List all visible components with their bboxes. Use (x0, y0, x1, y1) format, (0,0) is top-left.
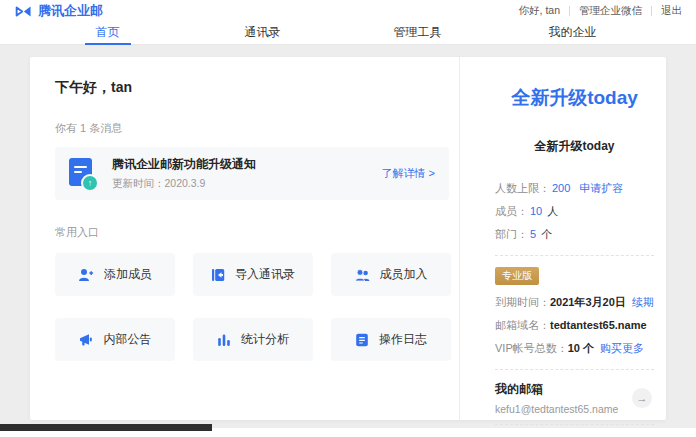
plan-expiry-row: 到期时间：2021年3月20日续期 (495, 291, 654, 314)
notice-title: 腾讯企业邮新功能升级通知 (112, 156, 382, 173)
expand-capacity-link[interactable]: 申请扩容 (579, 182, 623, 194)
plan-domain-row: 邮箱域名：tedtantest65.name (495, 314, 654, 337)
top-bar: 腾讯企业邮 你好, tan 管理企业微信 退出 (0, 0, 696, 22)
logout-link[interactable]: 退出 (661, 4, 682, 18)
divider (651, 6, 652, 16)
stat-member-limit: 人数上限：200申请扩容 (495, 177, 654, 200)
upgrade-arrow-badge-icon: ↑ (81, 174, 99, 192)
arrow-right-icon: → (637, 392, 648, 404)
page-greeting: 下午好，tan (55, 79, 449, 97)
main-column: 下午好，tan 你有 1 条消息 ↑ 腾讯企业邮新功能升级通知 更新时间：202… (30, 57, 460, 420)
entry-member-join[interactable]: 成员加入 (331, 253, 451, 296)
entry-add-member[interactable]: 添加成员 (55, 253, 175, 296)
entry-label: 内部公告 (104, 331, 152, 348)
entry-import-contacts[interactable]: 导入通讯录 (193, 253, 313, 296)
renew-link[interactable]: 续期 (632, 296, 654, 308)
tab-home[interactable]: 首页 (30, 22, 185, 44)
go-to-mailbox-button[interactable]: → (632, 388, 652, 408)
plan-vip-row: VIP帐号总数：10 个购买更多 (495, 337, 654, 360)
upgrade-notice-card[interactable]: ↑ 腾讯企业邮新功能升级通知 更新时间：2020.3.9 了解详情 > (55, 147, 449, 200)
exmail-logo-icon (14, 5, 33, 18)
entry-label: 成员加入 (380, 266, 428, 283)
entry-label: 操作日志 (379, 331, 427, 348)
message-count: 你有 1 条消息 (55, 121, 449, 136)
entry-operation-log[interactable]: 操作日志 (331, 318, 451, 361)
notice-document-icon: ↑ (69, 158, 99, 190)
main-card: 下午好，tan 你有 1 条消息 ↑ 腾讯企业邮新功能升级通知 更新时间：202… (30, 57, 666, 420)
divider (495, 255, 654, 256)
sidebar: 全新升级today 全新升级today 人数上限：200申请扩容 成员：10 人… (460, 57, 666, 420)
entry-announcement[interactable]: 内部公告 (55, 318, 175, 361)
operation-log-icon (355, 333, 369, 347)
statistics-icon (217, 333, 231, 347)
notice-texts: 腾讯企业邮新功能升级通知 更新时间：2020.3.9 (112, 156, 382, 191)
exmail-logo[interactable]: 腾讯企业邮 (14, 2, 103, 20)
upgrade-banner[interactable]: 全新升级today (495, 85, 654, 111)
entries-section-title: 常用入口 (55, 225, 449, 240)
plan-info: 到期时间：2021年3月20日续期 邮箱域名：tedtantest65.name… (495, 291, 654, 360)
upgrade-banner-subtitle: 全新升级today (495, 138, 654, 155)
tab-contacts[interactable]: 通讯录 (185, 22, 340, 44)
member-join-icon (355, 268, 370, 282)
buy-more-link[interactable]: 购买更多 (600, 342, 644, 354)
top-links: 你好, tan 管理企业微信 退出 (519, 4, 682, 18)
add-member-icon (78, 268, 94, 282)
entry-label: 统计分析 (241, 331, 289, 348)
user-greeting: 你好, tan (519, 4, 560, 18)
import-contacts-icon (211, 268, 225, 282)
org-stats: 人数上限：200申请扩容 成员：10 人 部门：5 个 (495, 177, 654, 246)
tab-admin-tools[interactable]: 管理工具 (340, 22, 495, 44)
tab-my-company[interactable]: 我的企业 (495, 22, 650, 44)
divider (495, 424, 654, 425)
stat-members: 成员：10 人 (495, 200, 654, 223)
divider (569, 6, 570, 16)
entry-label: 添加成员 (104, 266, 152, 283)
entries-grid: 添加成员 导入通讯录 成员加入 (55, 253, 449, 361)
logo-text: 腾讯企业邮 (38, 2, 103, 20)
my-mailbox: 我的邮箱 kefu1@tedtantest65.name → (495, 381, 654, 415)
mailbox-title: 我的邮箱 (495, 381, 624, 398)
stat-departments: 部门：5 个 (495, 223, 654, 246)
notice-updated-time: 更新时间：2020.3.9 (112, 177, 382, 191)
divider (495, 369, 654, 370)
horizontal-scrollbar-thumb[interactable] (0, 424, 212, 431)
entry-label: 导入通讯录 (235, 266, 295, 283)
learn-more-link[interactable]: 了解详情 > (382, 166, 435, 181)
tab-bar: 首页 通讯录 管理工具 我的企业 (0, 22, 696, 45)
plan-badge: 专业版 (495, 267, 539, 285)
manage-wechat-link[interactable]: 管理企业微信 (579, 4, 642, 18)
mailbox-address: kefu1@tedtantest65.name (495, 403, 624, 415)
announcement-icon (79, 333, 94, 347)
entry-statistics[interactable]: 统计分析 (193, 318, 313, 361)
